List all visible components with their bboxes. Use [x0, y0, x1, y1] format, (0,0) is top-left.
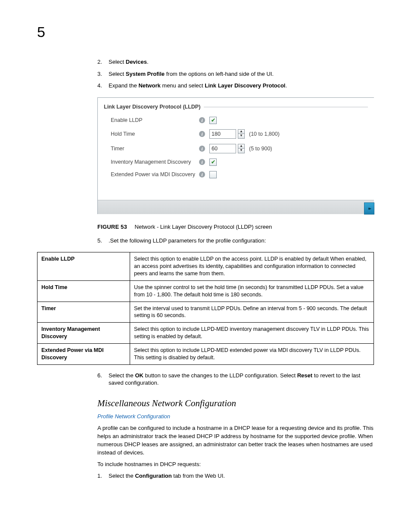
figure-text: Network - Link Layer Discovery Protocol …	[135, 224, 272, 230]
hold-time-spinner[interactable]: ▲▼	[209, 129, 245, 139]
label: Hold Time	[111, 131, 199, 137]
param-desc: Select this option to include LLPD-MED i…	[130, 323, 374, 344]
step-1: 1. Select the Configuration tab from the…	[97, 472, 374, 480]
table-row: TimerSet the interval used to transmit L…	[37, 302, 374, 323]
param-name: Extended Power via MDI Discovery	[37, 344, 130, 365]
timer-input[interactable]	[209, 144, 236, 153]
section-heading: Miscellaneous Network Configuration	[97, 398, 374, 409]
timer-spinner[interactable]: ▲▼	[209, 144, 245, 153]
step-5-list: 5. .Set the following LLDP parameters fo…	[97, 237, 374, 245]
text: menu and select	[161, 82, 205, 89]
range-hint: (5 to 900)	[249, 146, 272, 152]
text: Select the	[109, 473, 135, 479]
step-number: 5.	[97, 237, 109, 245]
lldp-panel: Link Layer Discovery Protocol (LLDP) Ena…	[97, 97, 374, 214]
param-name: Inventory Management Discovery	[37, 323, 130, 344]
fieldset-title: Link Layer Discovery Protocol (LLDP)	[104, 104, 200, 110]
text: .	[285, 82, 287, 89]
params-table: Enable LLDPSelect this option to enable …	[37, 252, 374, 365]
bold: System Profile	[126, 71, 165, 77]
bold: Devices	[126, 59, 147, 65]
step-6: 6. Select the OK button to save the chan…	[97, 372, 374, 387]
ext-power-checkbox[interactable]	[209, 171, 217, 178]
bold: Reset	[297, 372, 312, 379]
step-4: 4. Expand the Network menu and select Li…	[97, 82, 374, 90]
paragraph: To include hostnames in DHCP requests:	[97, 460, 374, 468]
step-5: 5. .Set the following LLDP parameters fo…	[97, 237, 374, 245]
spin-down-icon[interactable]: ▼	[238, 134, 244, 138]
panel-footer	[98, 200, 374, 214]
step-number: 2.	[97, 58, 109, 66]
param-name: Timer	[37, 302, 130, 323]
enable-lldp-checkbox[interactable]	[209, 117, 217, 124]
info-icon[interactable]: i	[199, 131, 205, 137]
step-6-list: 6. Select the OK button to save the chan…	[97, 372, 374, 387]
step-number: 3.	[97, 70, 109, 78]
text: from the options on left-hand side of th…	[165, 71, 274, 77]
text: Select	[109, 59, 126, 65]
step-number: 4.	[97, 82, 109, 90]
step-3: 3. Select System Profile from the option…	[97, 70, 374, 78]
step-number: 1.	[97, 472, 109, 480]
table-row: Enable LLDPSelect this option to enable …	[37, 252, 374, 281]
param-desc: Select this option to include LLPD-MED e…	[130, 344, 374, 365]
label: Inventory Management Discovery	[111, 159, 199, 165]
step-number: 6.	[97, 372, 109, 387]
range-hint: (10 to 1,800)	[249, 131, 280, 137]
figure-label: FIGURE 53	[97, 224, 127, 230]
paragraph: A profile can be configured to include a…	[97, 424, 374, 457]
row-hold-time: Hold Time i ▲▼ (10 to 1,800)	[111, 127, 368, 141]
figure-53: Link Layer Discovery Protocol (LLDP) Ena…	[97, 97, 374, 214]
figure-caption: FIGURE 53 Network - Link Layer Discovery…	[97, 224, 374, 230]
param-desc: Select this option to enable LLDP on the…	[130, 252, 374, 281]
page-number: 5	[37, 24, 45, 40]
text: Select	[109, 71, 126, 77]
label: Extended Power via MDI Discovery	[111, 171, 199, 177]
fieldset-header: Link Layer Discovery Protocol (LLDP)	[104, 104, 368, 110]
row-ext-power: Extended Power via MDI Discovery i	[111, 168, 368, 181]
param-desc: Set the interval used to transmit LLDP P…	[130, 302, 374, 323]
param-name: Hold Time	[37, 280, 130, 302]
scroll-right-button[interactable]	[364, 202, 374, 215]
info-icon[interactable]: i	[199, 117, 205, 123]
info-icon[interactable]: i	[199, 171, 205, 177]
row-enable-lldp: Enable LLDP i	[111, 114, 368, 127]
text: tab from the Web UI.	[172, 473, 225, 479]
steps-top: 2. Select Devices. 3. Select System Prof…	[97, 58, 374, 90]
param-name: Enable LLDP	[37, 252, 130, 281]
table-row: Hold TimeUse the spinner control to set …	[37, 280, 374, 302]
text: .	[147, 59, 149, 65]
rule-line	[204, 107, 368, 107]
profile-network-link[interactable]: Profile Network Configuration	[97, 413, 374, 420]
label: Timer	[111, 146, 199, 152]
step-2: 2. Select Devices.	[97, 58, 374, 66]
text: button to save the changes to the LLDP c…	[143, 372, 297, 379]
info-icon[interactable]: i	[199, 146, 205, 152]
step-text: .Set the following LLDP parameters for t…	[109, 237, 374, 245]
spin-down-icon[interactable]: ▼	[238, 149, 244, 153]
param-desc: Use the spinner control to set the hold …	[130, 280, 374, 302]
label: Enable LLDP	[111, 117, 199, 123]
bold: Link Layer Discovery Protocol	[205, 82, 285, 89]
text: Select the	[109, 372, 135, 379]
bold: Configuration	[135, 473, 171, 479]
row-inventory-mgmt: Inventory Management Discovery i	[111, 156, 368, 168]
row-timer: Timer i ▲▼ (5 to 900)	[111, 141, 368, 156]
bold: Network	[138, 82, 160, 89]
table-row: Inventory Management DiscoverySelect thi…	[37, 323, 374, 344]
table-row: Extended Power via MDI DiscoverySelect t…	[37, 344, 374, 365]
hold-time-input[interactable]	[209, 129, 236, 139]
info-icon[interactable]: i	[199, 159, 205, 165]
content-area: 2. Select Devices. 3. Select System Prof…	[97, 22, 374, 479]
inventory-mgmt-checkbox[interactable]	[209, 159, 217, 166]
bottom-steps: 1. Select the Configuration tab from the…	[97, 472, 374, 480]
page: 5 2. Select Devices. 3. Select System Pr…	[0, 0, 411, 513]
text: Expand the	[109, 82, 138, 89]
bold: OK	[135, 372, 143, 379]
